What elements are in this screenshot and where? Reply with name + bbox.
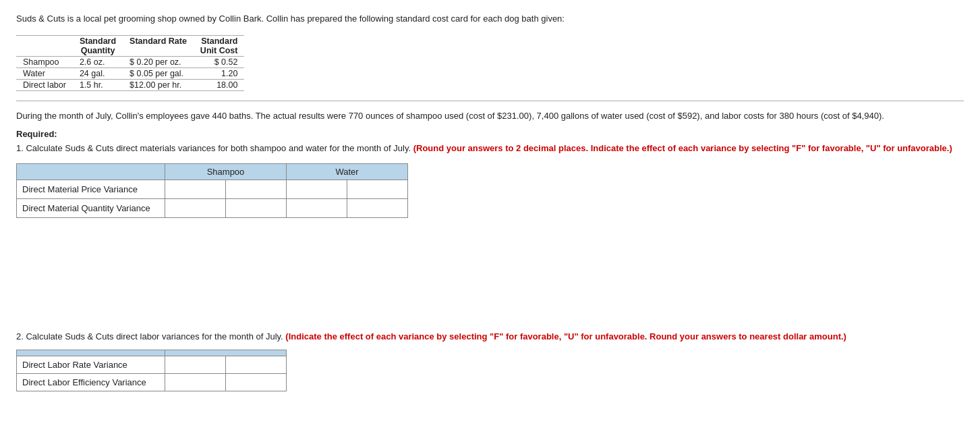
dm-price-water-value-input[interactable]	[287, 182, 347, 197]
dl-rate-value-input[interactable]	[165, 357, 225, 373]
dm-qty-shampoo-value-input[interactable]	[165, 200, 225, 216]
question1-text: 1. Calculate Suds & Cuts direct material…	[16, 142, 964, 155]
table-row: Direct Material Price Variance	[17, 180, 408, 198]
dm-price-water-effect-cell[interactable]	[347, 180, 408, 198]
dm-price-shampoo-effect-input[interactable]	[226, 182, 286, 197]
required-label: Required:	[16, 129, 964, 139]
cost-card-col-unitcost: StandardUnit Cost	[194, 35, 245, 56]
spacer	[16, 229, 964, 310]
materials-variance-table: Shampoo Water Direct Material Price Vari…	[16, 163, 408, 218]
divider-line	[16, 101, 964, 101]
dl-efficiency-variance-label: Direct Labor Efficiency Variance	[17, 374, 165, 391]
labor-table-value-header	[165, 350, 287, 356]
dl-rate-effect-cell[interactable]	[226, 356, 287, 374]
dm-qty-shampoo-effect-input[interactable]	[226, 200, 286, 216]
dm-price-shampoo-value-input[interactable]	[165, 182, 225, 197]
mat-table-water-header: Water	[287, 163, 408, 180]
dm-price-variance-label: Direct Material Price Variance	[17, 180, 165, 198]
cost-row-water-label: Water	[16, 67, 73, 79]
mat-table-empty-header	[17, 163, 165, 180]
labor-table-empty-header	[17, 350, 165, 356]
table-row: Direct Labor Rate Variance	[17, 356, 287, 374]
dm-price-water-value-cell[interactable]	[287, 180, 347, 198]
cost-card-col-quantity: StandardQuantity	[73, 35, 123, 56]
dm-qty-water-value-input[interactable]	[287, 200, 347, 216]
dl-rate-value-cell[interactable]	[165, 356, 226, 374]
cost-row-labor-rate: $12.00 per hr.	[123, 79, 194, 90]
dm-qty-water-value-cell[interactable]	[287, 198, 347, 217]
question2-main: 2. Calculate Suds & Cuts direct labor va…	[16, 331, 283, 341]
cost-row-water-qty: 24 gal.	[73, 67, 123, 79]
dm-qty-variance-label: Direct Material Quantity Variance	[17, 198, 165, 217]
table-row: Direct Material Quantity Variance	[17, 198, 408, 217]
cost-card-col-rate: Standard Rate	[123, 35, 194, 56]
dm-price-water-effect-input[interactable]	[347, 182, 407, 197]
cost-row-shampoo-rate: $ 0.20 per oz.	[123, 56, 194, 67]
mat-table-shampoo-header: Shampoo	[165, 163, 287, 180]
question2-text: 2. Calculate Suds & Cuts direct labor va…	[16, 330, 964, 344]
dl-rate-variance-label: Direct Labor Rate Variance	[17, 356, 165, 374]
dl-efficiency-value-input[interactable]	[165, 375, 225, 390]
labor-variance-table: Direct Labor Rate Variance Direct Labor …	[16, 350, 287, 391]
cost-card-table: StandardQuantity Standard Rate StandardU…	[16, 35, 244, 91]
cost-card-col-label	[16, 35, 73, 56]
dl-efficiency-value-cell[interactable]	[165, 374, 226, 391]
cost-row-shampoo-qty: 2.6 oz.	[73, 56, 123, 67]
intro-text: Suds & Cuts is a local pet grooming shop…	[16, 12, 964, 26]
cost-row-labor-qty: 1.5 hr.	[73, 79, 123, 90]
dm-qty-shampoo-effect-cell[interactable]	[226, 198, 287, 217]
dl-rate-effect-input[interactable]	[226, 357, 286, 373]
july-results-text: During the month of July, Collin's emplo…	[16, 109, 964, 123]
cost-row-shampoo-cost: $ 0.52	[194, 56, 245, 67]
dm-price-shampoo-effect-cell[interactable]	[226, 180, 287, 198]
labor-variance-section: Direct Labor Rate Variance Direct Labor …	[16, 350, 964, 391]
question1-note: (Round your answers to 2 decimal places.…	[413, 143, 952, 153]
dl-efficiency-effect-input[interactable]	[226, 375, 286, 390]
dm-price-shampoo-value-cell[interactable]	[165, 180, 226, 198]
dm-qty-shampoo-value-cell[interactable]	[165, 198, 226, 217]
dm-qty-water-effect-cell[interactable]	[347, 198, 408, 217]
table-row: Direct Labor Efficiency Variance	[17, 374, 287, 391]
materials-variance-section: Shampoo Water Direct Material Price Vari…	[16, 163, 964, 218]
question2-note: (Indicate the effect of each variance by…	[285, 331, 846, 341]
cost-row-shampoo-label: Shampoo	[16, 56, 73, 67]
dl-efficiency-effect-cell[interactable]	[226, 374, 287, 391]
cost-row-labor-cost: 18.00	[194, 79, 245, 90]
question1-main: 1. Calculate Suds & Cuts direct material…	[16, 143, 411, 153]
cost-row-water-rate: $ 0.05 per gal.	[123, 67, 194, 79]
dm-qty-water-effect-input[interactable]	[347, 200, 407, 216]
cost-row-labor-label: Direct labor	[16, 79, 73, 90]
cost-row-water-cost: 1.20	[194, 67, 245, 79]
